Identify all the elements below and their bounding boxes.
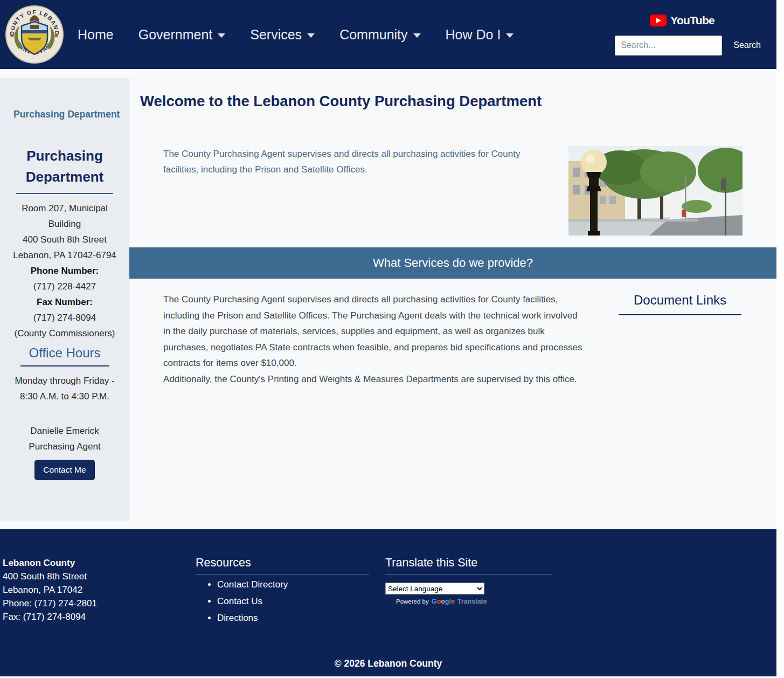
- site-footer: Lebanon County 400 South 8th Street Leba…: [0, 529, 776, 676]
- header-right: YouTube Search: [615, 14, 776, 56]
- agent-name: Danielle Emerick: [11, 423, 119, 439]
- sidebar: Purchasing Department Purchasing Departm…: [0, 78, 129, 521]
- nav-item-how-do-i[interactable]: How Do I: [446, 27, 514, 43]
- language-select[interactable]: Select Language: [385, 583, 484, 594]
- sidebar-address: Room 207, Municipal Building 400 South 8…: [11, 200, 119, 341]
- resources-list: Contact Directory Contact Us Directions: [217, 578, 385, 625]
- chevron-down-icon: [413, 33, 421, 38]
- address-line: Lebanon, PA 17042-6794: [11, 247, 119, 263]
- page: COUNTY OF LEBANON PENNSYLVANIA ★ ★ Ho: [0, 0, 776, 676]
- search-area: Search: [615, 36, 761, 56]
- nav-government-label: Government: [138, 27, 213, 43]
- search-input[interactable]: [615, 36, 722, 56]
- services-row: The County Purchasing Agent supervises a…: [129, 279, 776, 387]
- footer-columns: Lebanon County 400 South 8th Street Leba…: [0, 556, 776, 628]
- county-seal-logo[interactable]: COUNTY OF LEBANON PENNSYLVANIA ★ ★: [5, 5, 64, 64]
- address-line: Room 207, Municipal Building: [11, 200, 119, 232]
- resources-title: Resources: [196, 556, 369, 575]
- translate-title: Translate this Site: [385, 556, 552, 575]
- fax-label: Fax Number:: [11, 294, 119, 310]
- google-translate-label: Translate: [457, 598, 487, 605]
- sidebar-department-title: Purchasing Department: [16, 146, 113, 194]
- nav-home-label: Home: [78, 27, 114, 43]
- main-content: Welcome to the Lebanon County Purchasing…: [129, 78, 776, 529]
- nav-item-government[interactable]: Government: [138, 27, 226, 43]
- services-paragraph-1: The County Purchasing Agent supervises a…: [163, 292, 584, 371]
- google-logo: Google: [432, 598, 455, 605]
- sidebar-breadcrumb-link[interactable]: Purchasing Department: [0, 78, 129, 120]
- directions-link[interactable]: Directions: [217, 613, 258, 623]
- chevron-down-icon: [506, 33, 514, 38]
- contact-me-button[interactable]: Contact Me: [34, 460, 94, 480]
- services-paragraph-2: Additionally, the County's Printing and …: [163, 371, 584, 388]
- fax-note: (County Commissioners): [11, 326, 119, 341]
- nav-item-community[interactable]: Community: [339, 27, 420, 43]
- footer-phone: Phone: (717) 274-2801: [3, 597, 196, 610]
- content-area: Purchasing Department Purchasing Departm…: [0, 78, 776, 529]
- footer-translate: Translate this Site Select Language Powe…: [385, 556, 568, 628]
- nav-services-label: Services: [250, 27, 302, 43]
- contact-directory-link[interactable]: Contact Directory: [217, 579, 288, 590]
- footer-address-block: Lebanon County 400 South 8th Street Leba…: [0, 556, 196, 628]
- document-links-title: Document Links: [619, 293, 741, 315]
- page-title: Welcome to the Lebanon County Purchasing…: [140, 93, 776, 110]
- agent-title: Purchasing Agent: [11, 439, 119, 454]
- site-header: COUNTY OF LEBANON PENNSYLVANIA ★ ★ Ho: [0, 0, 776, 69]
- main-navigation: Home Government Services Community How D…: [78, 27, 514, 43]
- nav-item-services[interactable]: Services: [250, 27, 315, 43]
- services-description: The County Purchasing Agent supervises a…: [163, 292, 584, 387]
- list-item: Contact Directory: [217, 578, 385, 591]
- footer-address-line: Lebanon, PA 17042: [3, 583, 196, 597]
- office-hours-title: Office Hours: [20, 345, 109, 366]
- powered-by-label: Powered by: [396, 598, 429, 605]
- youtube-link[interactable]: YouTube: [650, 14, 714, 27]
- document-links-column: Document Links: [584, 292, 776, 387]
- footer-resources: Resources Contact Directory Contact Us D…: [196, 556, 385, 628]
- phone-number: (717) 228-4427: [11, 279, 119, 294]
- address-line: 400 South 8th Street: [11, 232, 119, 247]
- copyright-text: © 2026 Lebanon County: [0, 658, 776, 669]
- street-view-photo: [568, 146, 743, 236]
- list-item: Directions: [217, 611, 385, 625]
- intro-row: The County Purchasing Agent supervises a…: [163, 146, 743, 236]
- list-item: Contact Us: [217, 594, 385, 608]
- footer-county-name: Lebanon County: [3, 556, 196, 570]
- seal-star-left: ★: [9, 32, 15, 39]
- fax-number: (717) 274-8094: [11, 310, 119, 326]
- footer-address-line: 400 South 8th Street: [3, 570, 196, 583]
- chevron-down-icon: [218, 33, 225, 38]
- agent-info: Danielle Emerick Purchasing Agent: [11, 423, 119, 454]
- youtube-label: YouTube: [670, 14, 714, 27]
- phone-label: Phone Number:: [11, 263, 119, 279]
- header-divider-strip: [0, 69, 776, 78]
- google-translate-attribution: Powered by Google Translate: [396, 598, 568, 605]
- nav-how-do-i-label: How Do I: [446, 27, 501, 43]
- intro-paragraph: The County Purchasing Agent supervises a…: [163, 146, 547, 236]
- search-button[interactable]: Search: [733, 40, 761, 50]
- office-hours-text: Monday through Friday - 8:30 A.M. to 4:3…: [11, 373, 119, 404]
- services-banner: What Services do we provide?: [129, 247, 776, 279]
- chevron-down-icon: [307, 33, 315, 38]
- seal-star-right: ★: [53, 32, 59, 39]
- nav-item-home[interactable]: Home: [78, 27, 114, 43]
- youtube-icon: [650, 15, 667, 26]
- footer-fax: Fax: (717) 274-8094: [3, 610, 196, 624]
- contact-us-link[interactable]: Contact Us: [217, 596, 262, 606]
- nav-community-label: Community: [339, 27, 407, 43]
